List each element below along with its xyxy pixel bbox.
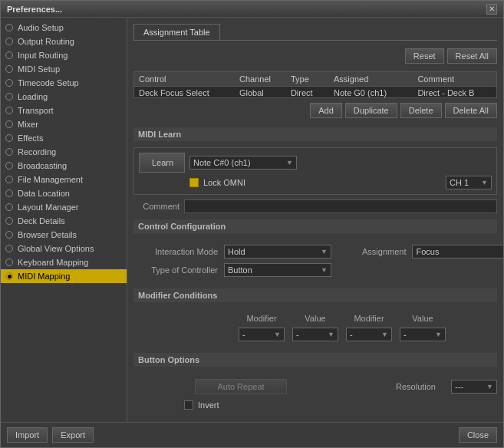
delete-button[interactable]: Delete: [400, 103, 442, 118]
cell-type: Direct: [286, 87, 329, 99]
modifier1-dropdown[interactable]: - ▼: [239, 328, 285, 341]
sidebar-item-label: Transport: [18, 106, 54, 115]
sidebar-item-label: Output Routing: [18, 37, 74, 46]
modifier2-arrow-icon: ▼: [381, 331, 388, 338]
button-options-area: Auto Repeat Resolution --- ▼ Invert: [133, 373, 497, 416]
radio-icon: [5, 24, 13, 31]
lock-row: Lock OMNI CH 1 ▼: [139, 176, 492, 189]
close-button[interactable]: Close: [459, 427, 497, 443]
sidebar-item-layout-manager[interactable]: Layout Manager: [1, 200, 127, 214]
sidebar-item-deck-details[interactable]: Deck Details: [1, 214, 127, 228]
controller-type-label: Type of Controller: [133, 265, 218, 275]
sidebar-item-label: Global View Options: [18, 244, 94, 253]
sidebar-item-label: Mixer: [18, 120, 38, 129]
resolution-dropdown[interactable]: --- ▼: [451, 380, 497, 394]
comment-label: Comment: [133, 202, 180, 211]
interaction-mode-arrow-icon: ▼: [321, 248, 328, 255]
radio-icon: [5, 148, 13, 156]
controller-type-dropdown[interactable]: Button ▼: [224, 263, 331, 277]
main-content: Audio SetupOutput RoutingInput RoutingMI…: [1, 18, 503, 422]
table-row[interactable]: Deck Focus SelectGlobalDirectNote G0 (ch…: [134, 87, 496, 99]
col-type: Type: [286, 72, 329, 87]
radio-icon: [5, 134, 13, 142]
table-action-toolbar: Add Duplicate Delete Delete All: [133, 103, 497, 118]
control-config-area: Interaction Mode Hold ▼ Assignment Focus…: [133, 239, 497, 282]
interaction-mode-row: Interaction Mode Hold ▼: [133, 242, 331, 261]
sidebar-item-midi-setup[interactable]: MIDI Setup: [1, 62, 127, 76]
sidebar-item-label: Effects: [18, 133, 43, 143]
radio-icon: [5, 231, 13, 239]
sidebar-item-label: Timecode Setup: [18, 78, 79, 87]
sidebar-item-audio-setup[interactable]: Audio Setup: [1, 21, 127, 35]
radio-icon: [5, 245, 13, 252]
radio-icon: [5, 120, 13, 128]
comment-input[interactable]: [184, 199, 497, 213]
value2-arrow-icon: ▼: [435, 331, 442, 338]
sidebar-item-effects[interactable]: Effects: [1, 131, 127, 145]
modifier2-dropdown[interactable]: - ▼: [346, 328, 392, 341]
modifier-col2-label: Modifier: [346, 314, 392, 323]
sidebar-item-label: Recording: [18, 147, 56, 156]
sidebar-item-label: Browser Details: [18, 230, 77, 239]
assignment-row: Assignment Focus ▼: [347, 245, 503, 259]
add-button[interactable]: Add: [310, 103, 342, 118]
learn-button[interactable]: Learn: [139, 153, 185, 173]
resolution-label: Resolution: [396, 382, 436, 391]
sidebar-item-timecode-setup[interactable]: Timecode Setup: [1, 76, 127, 90]
preferences-window: Preferences... ✕ Audio SetupOutput Routi…: [0, 0, 504, 448]
interaction-mode-label: Interaction Mode: [133, 247, 218, 256]
sidebar-item-global-view-options[interactable]: Global View Options: [1, 242, 127, 255]
tab-assignment-table[interactable]: Assignment Table: [133, 24, 220, 40]
reset-button[interactable]: Reset: [405, 48, 444, 64]
radio-icon: [5, 217, 13, 225]
invert-checkbox[interactable]: [184, 400, 193, 410]
radio-icon: [5, 79, 13, 87]
lock-omni-checkbox[interactable]: [189, 178, 199, 187]
cell-control: Deck Focus Select: [134, 87, 235, 99]
delete-all-button[interactable]: Delete All: [445, 103, 497, 118]
col-comment: Comment: [413, 72, 496, 87]
assignment-table-container: Control Channel Type Assigned Comment De…: [133, 71, 497, 98]
reset-all-button[interactable]: Reset All: [447, 48, 497, 64]
radio-icon: [5, 93, 13, 100]
cell-comment: Direct - Deck B: [413, 87, 496, 99]
sidebar-item-data-location[interactable]: Data Location: [1, 186, 127, 200]
sidebar-item-input-routing[interactable]: Input Routing: [1, 48, 127, 62]
import-button[interactable]: Import: [7, 427, 48, 443]
sidebar-item-label: Keyboard Mapping: [18, 258, 88, 267]
sidebar-item-keyboard-mapping[interactable]: Keyboard Mapping: [1, 255, 127, 269]
sidebar-item-midi-mapping[interactable]: MIDI Mapping: [1, 269, 127, 283]
footer: Import Export Close: [1, 422, 503, 447]
radio-icon: [5, 107, 13, 114]
note-dropdown-arrow-icon: ▼: [286, 159, 293, 166]
sidebar-item-browser-details[interactable]: Browser Details: [1, 228, 127, 242]
sidebar-item-output-routing[interactable]: Output Routing: [1, 35, 127, 48]
assignment-dropdown[interactable]: Focus ▼: [412, 245, 503, 259]
invert-label: Invert: [198, 400, 219, 410]
auto-repeat-button: Auto Repeat: [195, 379, 287, 394]
sidebar-item-broadcasting[interactable]: Broadcasting: [1, 159, 127, 173]
radio-icon: [5, 259, 13, 266]
sidebar-item-loading[interactable]: Loading: [1, 90, 127, 104]
toolbar: Reset Reset All: [133, 48, 497, 64]
sidebar-item-mixer[interactable]: Mixer: [1, 117, 127, 131]
note-value-dropdown[interactable]: Note C#0 (ch1) ▼: [189, 156, 297, 170]
midi-learn-section-label: MIDI Learn: [133, 127, 497, 141]
value2-dropdown[interactable]: - ▼: [400, 328, 446, 341]
sidebar-item-transport[interactable]: Transport: [1, 104, 127, 117]
export-button[interactable]: Export: [52, 427, 94, 443]
sidebar-item-recording[interactable]: Recording: [1, 145, 127, 159]
sidebar-item-label: File Management: [18, 175, 83, 184]
duplicate-button[interactable]: Duplicate: [345, 103, 397, 118]
value1-dropdown[interactable]: - ▼: [292, 328, 338, 341]
resolution-arrow-icon: ▼: [486, 383, 493, 390]
sidebar-item-file-management[interactable]: File Management: [1, 173, 127, 186]
channel-dropdown[interactable]: CH 1 ▼: [446, 176, 492, 189]
lock-omni-label: Lock OMNI: [203, 178, 245, 187]
sidebar-item-label: MIDI Mapping: [18, 272, 70, 281]
assignment-label: Assignment: [362, 247, 406, 256]
value1-arrow-icon: ▼: [328, 331, 334, 338]
close-icon[interactable]: ✕: [486, 4, 497, 15]
col-channel: Channel: [235, 72, 286, 87]
interaction-mode-dropdown[interactable]: Hold ▼: [224, 245, 331, 259]
